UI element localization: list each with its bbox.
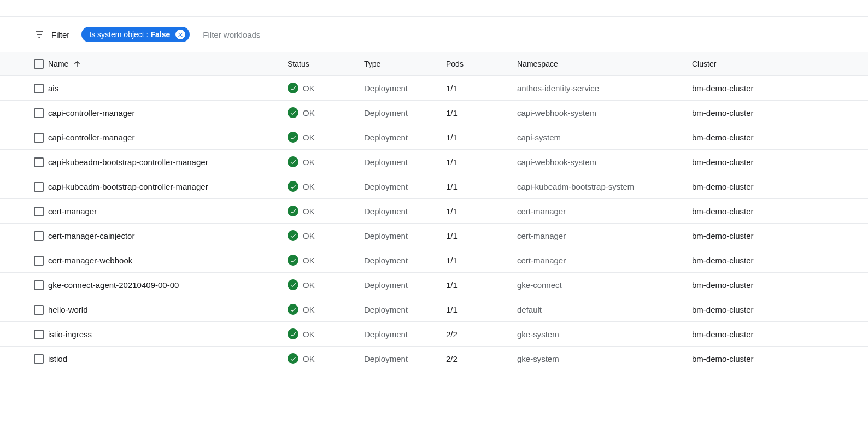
cell-namespace[interactable]: gke-connect [513, 273, 688, 297]
table-row[interactable]: istiod OK Deployment 2/2 gke-system bm-d… [0, 347, 868, 371]
table-row[interactable]: cert-manager-webhook OK Deployment 1/1 c… [0, 248, 868, 273]
cell-pods: 1/1 [442, 297, 513, 322]
cell-cluster[interactable]: bm-demo-cluster [688, 101, 868, 125]
cell-pods: 1/1 [442, 76, 513, 101]
filter-chip-is-system-object[interactable]: Is system object : False [81, 27, 190, 42]
table-row[interactable]: capi-kubeadm-bootstrap-controller-manage… [0, 150, 868, 174]
cell-cluster[interactable]: bm-demo-cluster [688, 174, 868, 199]
table-row[interactable]: hello-world OK Deployment 1/1 default bm… [0, 297, 868, 322]
sort-asc-icon [73, 60, 81, 68]
cell-namespace[interactable]: gke-system [513, 347, 688, 371]
cell-type: Deployment [360, 347, 442, 371]
cell-status: OK [283, 273, 360, 297]
cell-namespace[interactable]: capi-webhook-system [513, 101, 688, 125]
status-ok-icon [288, 328, 298, 339]
cell-cluster[interactable]: bm-demo-cluster [688, 224, 868, 248]
row-checkbox[interactable] [34, 182, 44, 192]
cell-pods: 1/1 [442, 273, 513, 297]
status-ok-icon [288, 353, 298, 364]
cell-name[interactable]: capi-controller-manager [48, 101, 283, 125]
cell-name[interactable]: capi-controller-manager [48, 125, 283, 150]
row-checkbox[interactable] [34, 207, 44, 216]
cell-namespace[interactable]: capi-kubeadm-bootstrap-system [513, 174, 688, 199]
cell-cluster[interactable]: bm-demo-cluster [688, 273, 868, 297]
cell-name[interactable]: istio-ingress [48, 322, 283, 347]
table-row[interactable]: istio-ingress OK Deployment 2/2 gke-syst… [0, 322, 868, 347]
table-row[interactable]: ais OK Deployment 1/1 anthos-identity-se… [0, 76, 868, 101]
select-all-checkbox[interactable] [34, 59, 44, 69]
row-checkbox[interactable] [34, 84, 44, 93]
table-row[interactable]: capi-controller-manager OK Deployment 1/… [0, 101, 868, 125]
cell-pods: 1/1 [442, 248, 513, 273]
header-status[interactable]: Status [283, 52, 360, 76]
row-checkbox[interactable] [34, 108, 44, 118]
cell-cluster[interactable]: bm-demo-cluster [688, 248, 868, 273]
cell-status: OK [283, 248, 360, 273]
status-text: OK [303, 256, 315, 265]
filter-chip-key: Is system object : [89, 30, 148, 39]
cell-cluster[interactable]: bm-demo-cluster [688, 347, 868, 371]
row-checkbox-cell [0, 248, 48, 273]
table-row[interactable]: gke-connect-agent-20210409-00-00 OK Depl… [0, 273, 868, 297]
cell-status: OK [283, 347, 360, 371]
top-divider [0, 16, 868, 17]
row-checkbox[interactable] [34, 280, 44, 290]
cell-cluster[interactable]: bm-demo-cluster [688, 297, 868, 322]
cell-name[interactable]: cert-manager-cainjector [48, 224, 283, 248]
cell-cluster[interactable]: bm-demo-cluster [688, 150, 868, 174]
cell-pods: 2/2 [442, 347, 513, 371]
status-ok-icon [288, 255, 298, 266]
header-namespace[interactable]: Namespace [513, 52, 688, 76]
cell-type: Deployment [360, 174, 442, 199]
cell-cluster[interactable]: bm-demo-cluster [688, 125, 868, 150]
status-ok-icon [288, 132, 298, 143]
cell-cluster[interactable]: bm-demo-cluster [688, 199, 868, 224]
row-checkbox[interactable] [34, 354, 44, 364]
table-row[interactable]: capi-kubeadm-bootstrap-controller-manage… [0, 174, 868, 199]
cell-name[interactable]: capi-kubeadm-bootstrap-controller-manage… [48, 150, 283, 174]
filter-workloads-input[interactable] [203, 30, 312, 39]
row-checkbox-cell [0, 224, 48, 248]
row-checkbox[interactable] [34, 330, 44, 339]
status-text: OK [303, 354, 315, 363]
cell-name[interactable]: ais [48, 76, 283, 101]
cell-name[interactable]: hello-world [48, 297, 283, 322]
cell-name[interactable]: gke-connect-agent-20210409-00-00 [48, 273, 283, 297]
cell-name[interactable]: capi-kubeadm-bootstrap-controller-manage… [48, 174, 283, 199]
cell-namespace[interactable]: gke-system [513, 322, 688, 347]
cell-namespace[interactable]: cert-manager [513, 248, 688, 273]
cell-cluster[interactable]: bm-demo-cluster [688, 76, 868, 101]
cell-namespace[interactable]: anthos-identity-service [513, 76, 688, 101]
cell-namespace[interactable]: default [513, 297, 688, 322]
cell-pods: 2/2 [442, 322, 513, 347]
row-checkbox[interactable] [34, 305, 44, 315]
cell-status: OK [283, 322, 360, 347]
cell-cluster[interactable]: bm-demo-cluster [688, 322, 868, 347]
row-checkbox[interactable] [34, 231, 44, 241]
cell-status: OK [283, 76, 360, 101]
cell-name[interactable]: cert-manager [48, 199, 283, 224]
row-checkbox[interactable] [34, 157, 44, 167]
cell-name[interactable]: cert-manager-webhook [48, 248, 283, 273]
header-type[interactable]: Type [360, 52, 442, 76]
cell-namespace[interactable]: capi-webhook-system [513, 150, 688, 174]
row-checkbox[interactable] [34, 133, 44, 143]
header-pods[interactable]: Pods [442, 52, 513, 76]
filter-bar: Filter Is system object : False [0, 27, 868, 52]
filter-icon[interactable] [34, 29, 45, 40]
header-cluster[interactable]: Cluster [688, 52, 868, 76]
header-name[interactable]: Name [48, 52, 283, 76]
cell-namespace[interactable]: cert-manager [513, 199, 688, 224]
cell-namespace[interactable]: capi-system [513, 125, 688, 150]
chip-close-icon[interactable] [175, 30, 185, 39]
cell-namespace[interactable]: cert-manager [513, 224, 688, 248]
cell-type: Deployment [360, 76, 442, 101]
cell-status: OK [283, 224, 360, 248]
table-row[interactable]: cert-manager OK Deployment 1/1 cert-mana… [0, 199, 868, 224]
cell-name[interactable]: istiod [48, 347, 283, 371]
table-row[interactable]: capi-controller-manager OK Deployment 1/… [0, 125, 868, 150]
row-checkbox[interactable] [34, 256, 44, 266]
table-row[interactable]: cert-manager-cainjector OK Deployment 1/… [0, 224, 868, 248]
cell-status: OK [283, 125, 360, 150]
row-checkbox-cell [0, 174, 48, 199]
